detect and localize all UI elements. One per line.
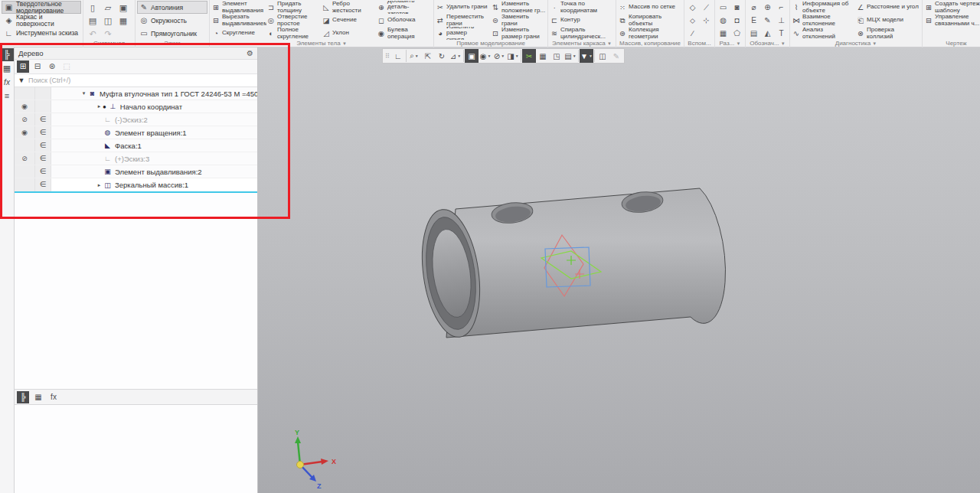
sheet-icon[interactable]: ▭	[717, 1, 730, 14]
zone-icon[interactable]: ◍	[717, 14, 730, 27]
zoom-fit-icon[interactable]: ⇱	[421, 49, 435, 63]
roughness-icon[interactable]: ⌀	[747, 1, 760, 14]
lcs-icon[interactable]: ∟	[391, 49, 405, 63]
table-icon[interactable]: ▦	[717, 27, 730, 40]
button-придать-толщину[interactable]: ⊐Придать толщину	[266, 1, 322, 14]
tree-item-зеркальный-массив-1[interactable]: ∈▸◫Зеркальный массив:1	[15, 178, 257, 193]
save-icon[interactable]: ▣	[116, 2, 131, 15]
button-управление-связанными-ч[interactable]: ⊟Управление связанными ч...	[924, 14, 980, 27]
parameters-panel-icon[interactable]: ▦	[1, 62, 14, 75]
zoom-tool-icon[interactable]: ⌕▼	[407, 49, 421, 63]
new-document-icon[interactable]: ▯	[85, 2, 100, 15]
filter-funnel-icon[interactable]: ▼	[15, 77, 28, 84]
chevron-down-icon[interactable]: ▼	[457, 54, 461, 58]
tree-item-муфта-втулочная-тип-1-гост-24246-53-м-4500-нм-тел-1[interactable]: ▾◙Муфта втулочная тип 1 ГОСТ 24246-53 М …	[15, 87, 257, 100]
chevron-down-icon[interactable]: ▼	[781, 41, 786, 46]
button-взаимное-отклонение[interactable]: ⋈Взаимное отклонение	[792, 14, 856, 27]
expander-icon[interactable]: ▸	[96, 103, 103, 109]
preview-icon[interactable]: ◫	[100, 15, 116, 28]
button-копировать-объекты[interactable]: ⧉Копировать объекты	[618, 14, 682, 27]
button-изменить-положение-гр[interactable]: ⇅Изменить положение гр...	[491, 1, 546, 14]
tree-filter-area-icon[interactable]: ⬚	[60, 60, 73, 73]
chevron-down-icon[interactable]: ▼	[872, 41, 877, 46]
button-точка-по-координатам[interactable]: ∙Точка по координатам	[550, 1, 614, 14]
tree-item-эскиз-2[interactable]: ⊘∈∟(-)Эскиз:2	[15, 113, 257, 126]
button-прямоугольник[interactable]: ▭Прямоугольник	[137, 27, 207, 40]
button-уклон[interactable]: ◿Уклон	[322, 27, 377, 40]
button-добавить-деталь-заготов[interactable]: ⊕Добавить деталь-заготов...	[377, 1, 432, 14]
shaded-view-icon[interactable]: ▣	[465, 49, 479, 63]
button-изменить-размер-скругл[interactable]: ◕Изменить размер скругл...	[436, 27, 491, 40]
mode-tab-твердотельное-моделирование[interactable]: ▣Твердотельное моделирование	[2, 1, 81, 14]
button-оболочка[interactable]: ◻Оболочка	[377, 14, 432, 27]
eye-off-icon[interactable]: ⊘	[15, 113, 35, 126]
tree-item-эскиз-3[interactable]: ⊘∈∟(+)Эскиз:3	[15, 152, 257, 165]
chevron-down-icon[interactable]: ▼	[573, 54, 577, 58]
variables-panel-icon[interactable]: fx	[1, 76, 14, 89]
expander-icon[interactable]: ▾	[80, 90, 87, 96]
image-quality-icon[interactable]: ◨▼	[506, 49, 520, 63]
filter-objects-icon[interactable]: ▼▼	[580, 49, 593, 63]
button-полное-скругление[interactable]: ◐Полное скругление	[266, 27, 322, 40]
datum-icon[interactable]: Ε	[747, 14, 760, 27]
rotate-view-icon[interactable]: ↻	[435, 49, 449, 63]
tree-item-элемент-вращения-1[interactable]: ◉∈◍Элемент вращения:1	[15, 126, 257, 139]
tree-item-элемент-выдавливания-2[interactable]: ∈▣Элемент выдавливания:2	[15, 165, 257, 178]
base-icon[interactable]: ⊥	[775, 14, 788, 27]
stamp-icon[interactable]: ◙	[730, 1, 743, 14]
button-контур[interactable]: ⊏Контур	[550, 14, 614, 27]
offset-plane-icon[interactable]: ⬦	[686, 14, 699, 27]
tree-item-начало-координат[interactable]: ◉▸●⊥Начало координат	[15, 100, 257, 113]
button-анализ-отклонений[interactable]: ∿Анализ отклонений	[792, 27, 856, 40]
button-удалить-грани[interactable]: ✂Удалить грани	[436, 1, 491, 14]
print-icon[interactable]: ▤	[85, 15, 100, 28]
clipboard-icon[interactable]: ▤▼	[564, 49, 577, 63]
chevron-down-icon[interactable]: ▼	[501, 54, 505, 58]
tree-relations-icon[interactable]: ⊛	[46, 60, 58, 73]
chevron-down-icon[interactable]: ▼	[607, 41, 612, 46]
3d-viewport[interactable]: Y X Z ⠿∟⌕▼⇱↻⊿▼▣◉▼⊘▼◨▼✂▦◳▤▼▼▼◫✎	[258, 47, 980, 493]
leader-icon[interactable]: ⌐	[775, 1, 788, 14]
tree-structure-view-icon[interactable]: ⊞	[17, 60, 29, 73]
marker-icon[interactable]: ✎	[761, 14, 774, 27]
button-булева-операция[interactable]: ◉Булева операция	[377, 27, 432, 40]
chevron-down-icon[interactable]: ▼	[589, 54, 593, 58]
button-изменить-размер-грани[interactable]: ⊡Изменить размер грани	[491, 27, 546, 40]
parameters-tab-icon[interactable]: ▦	[32, 391, 44, 403]
mode-tab-инструменты-эскиза[interactable]: ∟Инструменты эскиза	[2, 27, 81, 40]
expander-icon[interactable]: ▸	[96, 182, 103, 188]
variables-tab-icon[interactable]: fx	[47, 391, 60, 403]
tag-icon[interactable]: ⬠	[730, 27, 743, 40]
eye-icon[interactable]: ◉	[15, 100, 35, 113]
button-мцх-модели[interactable]: ⎗МЦХ модели	[856, 14, 920, 27]
button-окружность[interactable]: ◎Окружность	[137, 14, 207, 27]
button-заменить-грани[interactable]: ⊜Заменить грани	[491, 14, 546, 27]
cone-mark-icon[interactable]: ◭	[761, 27, 774, 40]
button-отверстие-простое[interactable]: ◎Отверстие простое	[266, 14, 322, 27]
button-элемент-выдавливания[interactable]: ⊞Элемент выдавливания	[211, 1, 266, 14]
button-проверка-коллизий[interactable]: ⊗Проверка коллизий	[856, 27, 920, 40]
undo-icon[interactable]: ↶	[85, 28, 100, 41]
section-view-icon[interactable]: ✂	[522, 49, 536, 63]
text-icon[interactable]: T	[775, 27, 788, 40]
render-mode-icon[interactable]: ◉▼	[479, 49, 492, 63]
eye-icon[interactable]: ◉	[15, 126, 35, 139]
tree-item-фаска-1[interactable]: ∈◣Фаска:1	[15, 139, 257, 152]
workplane-icon[interactable]: ▦	[536, 49, 550, 63]
local-cs-icon[interactable]: ⊹	[700, 14, 713, 27]
tree-tab-icon[interactable]: ╠	[17, 391, 29, 403]
table-mark-icon[interactable]: ▤	[747, 27, 760, 40]
button-создать-чертеж-по-шаблону[interactable]: ⊞Создать чертеж по шаблону	[924, 1, 980, 14]
button-массив-по-сетке[interactable]: ⁙Массив по сетке	[618, 1, 682, 14]
open-document-icon[interactable]: ▱	[100, 2, 116, 15]
mark-icon[interactable]: ◘	[730, 14, 743, 27]
button-переместить-грани[interactable]: ⇄Переместить грани	[436, 14, 491, 27]
button-ребро-жесткости[interactable]: ◺Ребро жесткости	[322, 1, 377, 14]
redo-icon[interactable]: ↷	[100, 28, 116, 41]
button-автолиния[interactable]: ✎Автолиния	[137, 1, 207, 14]
hide-objects-icon[interactable]: ⊘▼	[492, 49, 506, 63]
sphere-mark-icon[interactable]: ⊕	[761, 1, 774, 14]
button-коллекция-геометрии[interactable]: ⊛Коллекция геометрии	[618, 27, 682, 40]
chevron-down-icon[interactable]: ▼	[415, 54, 419, 58]
construction-plane-icon[interactable]: ◇	[686, 1, 699, 14]
